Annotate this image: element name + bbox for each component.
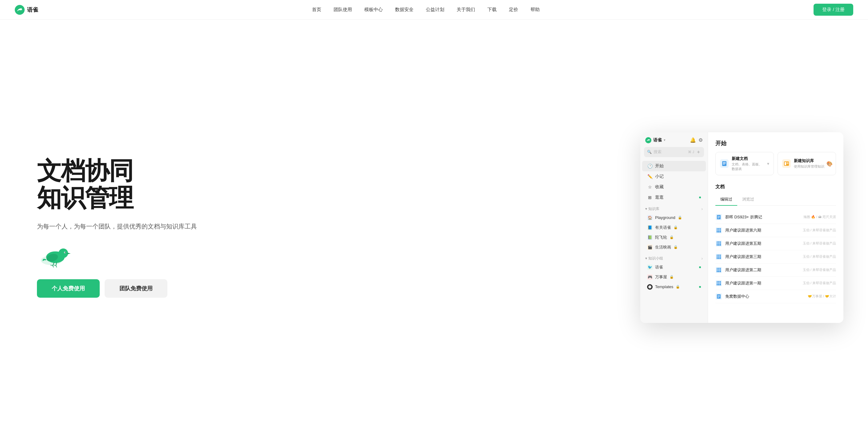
sidebar-search[interactable]: 🔍 搜索 ⌘ J ＋ bbox=[644, 147, 704, 157]
sidebar-item-yuque[interactable]: 📘 有关语雀 🔒 bbox=[642, 223, 706, 232]
svg-line-13 bbox=[54, 265, 56, 266]
navbar: 语雀 首页 团队使用 模板中心 数据安全 公益计划 关于我们 下载 定价 帮助 … bbox=[0, 0, 868, 20]
start-icon: 🕐 bbox=[647, 163, 653, 169]
doc-name-ug6: 用户建议跟进第六期 bbox=[725, 228, 800, 233]
doc-meta-ds923: 瀚雅 🔥 / 🏔 咫尺天涯 bbox=[803, 214, 836, 219]
settings-icon[interactable]: ⚙ bbox=[699, 137, 703, 143]
logo-text: 语雀 bbox=[27, 6, 38, 13]
sidebar-item-favorites-label: 收藏 bbox=[655, 184, 664, 190]
doc-icon-free-dc bbox=[715, 293, 722, 300]
doc-item-ug3[interactable]: 用户建议跟进第三期 玉伯 / 来帮语雀做产品 bbox=[715, 250, 836, 264]
sidebar-logo[interactable]: 语雀 ▾ bbox=[645, 137, 665, 143]
sidebar-header-icons: 🔔 ⚙ bbox=[690, 137, 703, 143]
svg-point-17 bbox=[648, 286, 651, 289]
templates-dot bbox=[699, 286, 701, 288]
sidebar-item-favorites[interactable]: ☆ 收藏 bbox=[642, 182, 706, 192]
doc-name-free-dc: 免窝数据中心 bbox=[725, 294, 805, 299]
doc-name-ug5: 用户建议跟进第五期 bbox=[725, 241, 800, 246]
knowledge-more-icon[interactable]: › bbox=[701, 206, 703, 211]
new-doc-btn[interactable]: 新建文档 文档、表格、面板、数据表 ▾ bbox=[715, 152, 774, 175]
notification-icon[interactable]: 🔔 bbox=[690, 137, 696, 143]
doc-item-ug5[interactable]: 用户建议跟进第五期 玉伯 / 来帮语雀做产品 bbox=[715, 237, 836, 250]
sidebar-item-explore-label: 逛逛 bbox=[655, 195, 664, 200]
new-doc-chevron: ▾ bbox=[767, 161, 769, 166]
sidebar-item-life[interactable]: 🎬 生活映画 🔒 bbox=[642, 242, 706, 252]
tuofeilu-label: 陀飞轮 bbox=[655, 235, 667, 240]
playground-label: Playground bbox=[655, 215, 675, 220]
wanshiwu-icon: 🎮 bbox=[647, 274, 653, 280]
nav-logo[interactable]: 语雀 bbox=[15, 5, 38, 15]
hero-buttons: 个人免费使用 团队免费使用 bbox=[37, 279, 197, 298]
group-section-title: ▾ 知识小组 bbox=[645, 256, 663, 261]
tab-browsed[interactable]: 浏览过 bbox=[737, 195, 759, 206]
tuofeilu-lock: 🔒 bbox=[670, 235, 674, 239]
sidebar-item-note[interactable]: ✏️ 小记 bbox=[642, 171, 706, 182]
doc-item-ug1[interactable]: 用户建议跟进第一期 玉伯 / 来帮语雀做产品 bbox=[715, 277, 836, 290]
doc-item-ug2[interactable]: 用户建议跟进第二期 玉伯 / 来帮语雀做产品 bbox=[715, 264, 836, 277]
doc-item-free-dc[interactable]: 免窝数据中心 🤝万事屋 / 🤝大计 bbox=[715, 290, 836, 303]
sidebar-item-yuque-group[interactable]: 🐦 语雀 bbox=[642, 262, 706, 272]
sidebar-logo-icon bbox=[645, 137, 651, 143]
templates-icon bbox=[647, 284, 653, 290]
doc-item-ds923[interactable]: 群晖 DS923+ 折腾记 瀚雅 🔥 / 🏔 咫尺天涯 bbox=[715, 211, 836, 224]
note-icon: ✏️ bbox=[647, 174, 653, 179]
hero-subtitle: 为每一个人，为每一个团队，提供优秀的文档与知识库工具 bbox=[37, 222, 197, 231]
sidebar-item-templates[interactable]: Templates 🔒 bbox=[642, 282, 706, 292]
nav-home[interactable]: 首页 bbox=[312, 7, 321, 12]
doc-icon-ug2 bbox=[715, 267, 722, 273]
sidebar-item-tuofeilu[interactable]: 📗 陀飞轮 🔒 bbox=[642, 232, 706, 242]
nav-pricing[interactable]: 定价 bbox=[509, 7, 518, 12]
sidebar-item-wanshiwu[interactable]: 🎮 万事屋 🔒 bbox=[642, 272, 706, 282]
favorites-icon: ☆ bbox=[647, 184, 653, 190]
nav-security[interactable]: 数据安全 bbox=[395, 7, 413, 12]
doc-name-ds923: 群晖 DS923+ 折腾记 bbox=[725, 214, 800, 220]
sidebar-item-explore[interactable]: ⊞ 逛逛 bbox=[642, 192, 706, 203]
team-free-btn[interactable]: 团队免费使用 bbox=[104, 279, 167, 298]
nav-about[interactable]: 关于我们 bbox=[457, 7, 475, 12]
tuofeilu-icon: 📗 bbox=[647, 235, 653, 240]
svg-point-16 bbox=[649, 139, 650, 140]
wanshiwu-label: 万事屋 bbox=[655, 274, 667, 280]
tab-edited[interactable]: 编辑过 bbox=[715, 195, 737, 206]
yuque-lock: 🔒 bbox=[674, 225, 678, 229]
new-doc-title: 新建文档 bbox=[732, 156, 764, 161]
knowledge-section-header[interactable]: ▾ 知识库 › bbox=[645, 206, 703, 211]
search-add-icon[interactable]: ＋ bbox=[696, 149, 701, 155]
new-kb-btn[interactable]: 新建知识库 使用知识库管理知识 🎨 bbox=[778, 152, 836, 175]
app-mockup: 语雀 ▾ 🔔 ⚙ 🔍 搜索 ⌘ J ＋ bbox=[640, 132, 843, 323]
new-doc-icon bbox=[720, 159, 728, 168]
doc-name-ug1: 用户建议跟进第一期 bbox=[725, 280, 800, 286]
new-kb-emoji: 🎨 bbox=[827, 161, 833, 166]
svg-point-7 bbox=[65, 252, 66, 253]
templates-lock: 🔒 bbox=[676, 285, 680, 289]
hero-bird bbox=[37, 243, 197, 269]
nav-charity[interactable]: 公益计划 bbox=[426, 7, 444, 12]
svg-rect-34 bbox=[717, 228, 721, 232]
life-label: 生活映画 bbox=[655, 244, 671, 250]
login-button[interactable]: 登录 / 注册 bbox=[813, 4, 853, 16]
docs-section-title: 文档 bbox=[715, 184, 836, 190]
doc-icon-ds923 bbox=[715, 214, 722, 221]
nav-help[interactable]: 帮助 bbox=[530, 7, 540, 12]
doc-meta-ug2: 玉伯 / 来帮语雀做产品 bbox=[803, 268, 836, 272]
group-section-header[interactable]: ▾ 知识小组 › bbox=[645, 256, 703, 261]
nav-templates[interactable]: 模板中心 bbox=[364, 7, 383, 12]
sidebar-header: 语雀 ▾ 🔔 ⚙ bbox=[640, 137, 708, 147]
sidebar-item-start[interactable]: 🕐 开始 bbox=[642, 161, 706, 171]
doc-item-ug6[interactable]: 用户建议跟进第六期 玉伯 / 来帮语雀做产品 bbox=[715, 224, 836, 237]
personal-free-btn[interactable]: 个人免费使用 bbox=[37, 279, 100, 298]
svg-line-14 bbox=[56, 265, 57, 267]
yuque-kb-label: 有关语雀 bbox=[655, 225, 671, 230]
sidebar-item-start-label: 开始 bbox=[655, 163, 664, 169]
group-more-icon[interactable]: › bbox=[701, 256, 703, 261]
templates-label: Templates bbox=[655, 285, 673, 289]
yuque-group-dot bbox=[699, 266, 701, 268]
nav-team[interactable]: 团队使用 bbox=[334, 7, 352, 12]
nav-download[interactable]: 下载 bbox=[487, 7, 497, 12]
svg-line-11 bbox=[51, 265, 53, 266]
doc-name-ug2: 用户建议跟进第二期 bbox=[725, 267, 800, 273]
yuque-group-icon: 🐦 bbox=[647, 264, 653, 270]
new-kb-title: 新建知识库 bbox=[794, 158, 831, 164]
sidebar-item-playground[interactable]: 🏠 Playground 🔒 bbox=[642, 213, 706, 223]
svg-line-12 bbox=[53, 265, 54, 267]
